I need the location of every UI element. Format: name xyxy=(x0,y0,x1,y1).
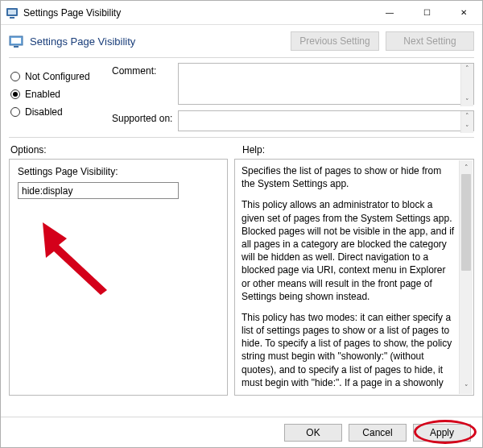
maximize-button[interactable]: ☐ xyxy=(408,1,445,24)
radio-label: Enabled xyxy=(25,89,60,100)
scroll-up-icon: ˄ xyxy=(460,160,473,174)
scroll-thumb[interactable] xyxy=(461,174,471,271)
comment-textarea[interactable] xyxy=(178,63,474,105)
help-heading: Help: xyxy=(242,144,474,156)
svg-rect-4 xyxy=(11,38,21,44)
scroll-down-icon: ˅ xyxy=(465,123,469,133)
help-scrollbar[interactable]: ˄ ˅ xyxy=(459,160,473,394)
cancel-button[interactable]: Cancel xyxy=(349,424,407,442)
help-paragraph: This policy has two modes: it can either… xyxy=(242,311,456,390)
options-panel: Settings Page Visibility: xyxy=(9,159,228,396)
scrollbar[interactable]: ˄˅ xyxy=(460,111,473,133)
svg-rect-5 xyxy=(14,46,19,48)
scroll-up-icon: ˄ xyxy=(465,111,469,121)
window-controls: — ☐ ✕ xyxy=(371,1,482,24)
button-bar: OK Cancel Apply xyxy=(1,417,482,447)
radio-icon xyxy=(10,89,20,99)
section-labels: Options: Help: xyxy=(1,138,482,159)
policy-icon xyxy=(9,34,23,48)
close-button[interactable]: ✕ xyxy=(445,1,482,24)
upper-section: Not Configured Enabled Disabled Comment:… xyxy=(1,58,482,137)
svg-rect-1 xyxy=(8,10,16,15)
scrollbar[interactable]: ˄˅ xyxy=(460,64,473,106)
previous-setting-button[interactable]: Previous Setting xyxy=(291,31,379,51)
scroll-down-icon: ˅ xyxy=(460,380,473,394)
supported-on-textarea[interactable] xyxy=(178,110,474,131)
option-field-label: Settings Page Visibility: xyxy=(18,166,219,177)
help-text: Specifies the list of pages to show or h… xyxy=(242,164,456,390)
settings-page-visibility-input[interactable] xyxy=(18,182,179,199)
radio-label: Not Configured xyxy=(25,71,90,82)
help-paragraph: Specifies the list of pages to show or h… xyxy=(242,164,456,190)
app-icon xyxy=(6,6,19,19)
ok-button[interactable]: OK xyxy=(284,424,342,442)
state-radios: Not Configured Enabled Disabled xyxy=(10,63,107,134)
header-row: Settings Page Visibility Previous Settin… xyxy=(1,25,482,57)
window-title: Settings Page Visibility xyxy=(23,7,371,19)
policy-title: Settings Page Visibility xyxy=(30,35,284,48)
svg-rect-2 xyxy=(10,17,14,19)
options-heading: Options: xyxy=(10,144,242,156)
scroll-up-icon: ˄ xyxy=(465,64,469,73)
radio-icon xyxy=(10,107,20,117)
radio-icon xyxy=(10,72,20,81)
next-setting-button[interactable]: Next Setting xyxy=(386,31,474,51)
upper-fields: Comment: ˄˅ Supported on: ˄˅ xyxy=(112,63,474,134)
radio-disabled[interactable]: Disabled xyxy=(10,103,107,121)
titlebar: Settings Page Visibility — ☐ ✕ xyxy=(1,1,482,25)
comment-label: Comment: xyxy=(112,63,175,77)
radio-not-configured[interactable]: Not Configured xyxy=(10,68,107,85)
panels: Settings Page Visibility: Specifies the … xyxy=(1,159,482,400)
apply-button[interactable]: Apply xyxy=(413,424,471,442)
scroll-track xyxy=(460,174,473,380)
minimize-button[interactable]: — xyxy=(371,1,408,24)
scroll-down-icon: ˅ xyxy=(465,97,469,106)
help-panel: Specifies the list of pages to show or h… xyxy=(234,159,474,396)
radio-label: Disabled xyxy=(25,106,63,118)
radio-enabled[interactable]: Enabled xyxy=(10,85,107,103)
help-paragraph: This policy allows an administrator to b… xyxy=(242,198,456,303)
supported-on-label: Supported on: xyxy=(112,110,175,124)
